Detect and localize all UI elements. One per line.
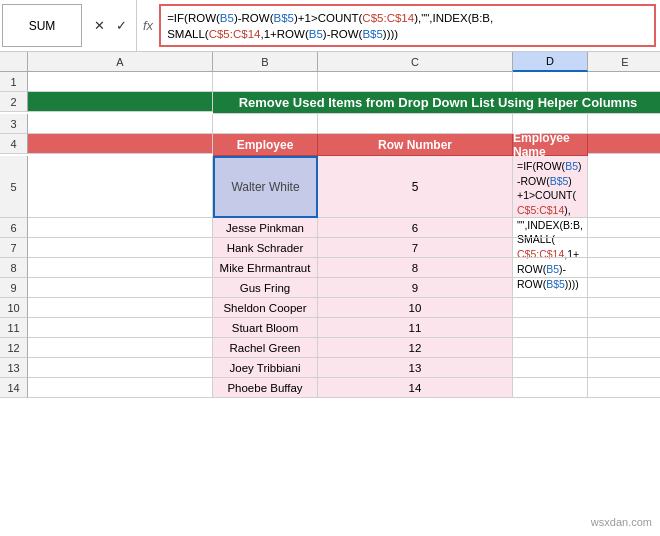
header-employee: Employee xyxy=(213,134,318,156)
cell-b8[interactable]: Mike Ehrmantraut xyxy=(213,258,318,278)
col-header-a[interactable]: A xyxy=(28,52,213,72)
cell-b3[interactable] xyxy=(213,114,318,134)
cell-d14[interactable] xyxy=(513,378,588,398)
cell-c3[interactable] xyxy=(318,114,513,134)
cell-a11[interactable] xyxy=(28,318,213,338)
cell-c11[interactable]: 11 xyxy=(318,318,513,338)
cell-e10[interactable] xyxy=(588,298,660,318)
cell-a8[interactable] xyxy=(28,258,213,278)
row-num-2: 2 xyxy=(0,92,28,112)
cell-a1[interactable] xyxy=(28,72,213,92)
cell-d5[interactable]: =IF(ROW(B5)-ROW(B$5)+1>COUNT(C$5:C$14),"… xyxy=(513,156,588,218)
cell-c7[interactable]: 7 xyxy=(318,238,513,258)
cell-b12[interactable]: Rachel Green xyxy=(213,338,318,358)
cell-a13[interactable] xyxy=(28,358,213,378)
col-corner xyxy=(0,52,28,72)
cancel-button[interactable]: ✕ xyxy=(90,17,108,35)
cell-b14[interactable]: Phoebe Buffay xyxy=(213,378,318,398)
cell-d10[interactable] xyxy=(513,298,588,318)
row-num-13: 13 xyxy=(0,358,28,378)
cell-e7[interactable] xyxy=(588,238,660,258)
cell-a9[interactable] xyxy=(28,278,213,298)
cell-b11[interactable]: Stuart Bloom xyxy=(213,318,318,338)
cell-e11[interactable] xyxy=(588,318,660,338)
cell-e8[interactable] xyxy=(588,258,660,278)
row-5: 5 Walter White 5 =IF(ROW(B5)-ROW(B$5)+1>… xyxy=(0,156,660,218)
row-num-8: 8 xyxy=(0,258,28,278)
cell-c8[interactable]: 8 xyxy=(318,258,513,278)
cell-d12[interactable] xyxy=(513,338,588,358)
cell-d11[interactable] xyxy=(513,318,588,338)
cell-a3[interactable] xyxy=(28,114,213,134)
cell-c5[interactable]: 5 xyxy=(318,156,513,218)
cell-e3[interactable] xyxy=(588,114,660,134)
cell-d13[interactable] xyxy=(513,358,588,378)
col-header-d[interactable]: D xyxy=(513,52,588,72)
cell-c1[interactable] xyxy=(318,72,513,92)
confirm-button[interactable]: ✓ xyxy=(112,17,130,35)
row-9: 9 Gus Fring 9 xyxy=(0,278,660,298)
cell-b7[interactable]: Hank Schrader xyxy=(213,238,318,258)
cell-c14[interactable]: 14 xyxy=(318,378,513,398)
fx-label: fx xyxy=(137,0,159,51)
row-7: 7 Hank Schrader 7 xyxy=(0,238,660,258)
cell-c13[interactable]: 13 xyxy=(318,358,513,378)
cell-b13[interactable]: Joey Tribbiani xyxy=(213,358,318,378)
formula-bar: SUM ✕ ✓ fx =IF(ROW(B5)-ROW(B$5)+1>COUNT(… xyxy=(0,0,660,52)
cell-a14[interactable] xyxy=(28,378,213,398)
cell-b6[interactable]: Jesse Pinkman xyxy=(213,218,318,238)
cell-d1[interactable] xyxy=(513,72,588,92)
cell-d8[interactable] xyxy=(513,258,588,278)
formula-buttons: ✕ ✓ xyxy=(84,0,137,51)
cell-e4[interactable] xyxy=(588,134,660,154)
row-num-5: 5 xyxy=(0,156,28,218)
row-8: 8 Mike Ehrmantraut 8 xyxy=(0,258,660,278)
cell-a4[interactable] xyxy=(28,134,213,154)
row-6: 6 Jesse Pinkman 6 xyxy=(0,218,660,238)
cell-c9[interactable]: 9 xyxy=(318,278,513,298)
row-13: 13 Joey Tribbiani 13 xyxy=(0,358,660,378)
cell-a12[interactable] xyxy=(28,338,213,358)
cell-b9[interactable]: Gus Fring xyxy=(213,278,318,298)
title-cell: Remove Used Items from Drop Down List Us… xyxy=(213,92,660,114)
cell-d9[interactable] xyxy=(513,278,588,298)
cell-b10[interactable]: Sheldon Cooper xyxy=(213,298,318,318)
cell-a10[interactable] xyxy=(28,298,213,318)
cell-e5[interactable] xyxy=(588,156,660,218)
row-num-6: 6 xyxy=(0,218,28,238)
cell-e6[interactable] xyxy=(588,218,660,238)
cell-e13[interactable] xyxy=(588,358,660,378)
col-header-b[interactable]: B xyxy=(213,52,318,72)
col-header-c[interactable]: C xyxy=(318,52,513,72)
row-num-14: 14 xyxy=(0,378,28,398)
cell-e1[interactable] xyxy=(588,72,660,92)
cell-a5[interactable] xyxy=(28,156,213,218)
cell-e9[interactable] xyxy=(588,278,660,298)
row-4: 4 Employee Row Number Employee Name Drop… xyxy=(0,134,660,156)
cell-b5[interactable]: Walter White xyxy=(213,156,318,218)
spreadsheet: A B C D E F 1 2 Remove Used Items from D… xyxy=(0,52,660,398)
name-box[interactable]: SUM xyxy=(2,4,82,47)
cell-c6[interactable]: 6 xyxy=(318,218,513,238)
row-num-10: 10 xyxy=(0,298,28,318)
cell-d7[interactable] xyxy=(513,238,588,258)
row-num-1: 1 xyxy=(0,72,28,92)
watermark: wsxdan.com xyxy=(591,516,652,528)
cell-e12[interactable] xyxy=(588,338,660,358)
cell-e14[interactable] xyxy=(588,378,660,398)
cell-d6[interactable] xyxy=(513,218,588,238)
cell-b1[interactable] xyxy=(213,72,318,92)
row-12: 12 Rachel Green 12 xyxy=(0,338,660,358)
header-employee-name: Employee Name xyxy=(513,134,588,156)
cell-a7[interactable] xyxy=(28,238,213,258)
row-2: 2 Remove Used Items from Drop Down List … xyxy=(0,92,660,114)
col-header-e[interactable]: E xyxy=(588,52,660,72)
row-num-11: 11 xyxy=(0,318,28,338)
cell-a2[interactable] xyxy=(28,92,213,112)
cell-c12[interactable]: 12 xyxy=(318,338,513,358)
row-num-12: 12 xyxy=(0,338,28,358)
cell-a6[interactable] xyxy=(28,218,213,238)
formula-input[interactable]: =IF(ROW(B5)-ROW(B$5)+1>COUNT(C$5:C$14),"… xyxy=(159,4,656,47)
cell-c10[interactable]: 10 xyxy=(318,298,513,318)
row-num-4: 4 xyxy=(0,134,28,154)
